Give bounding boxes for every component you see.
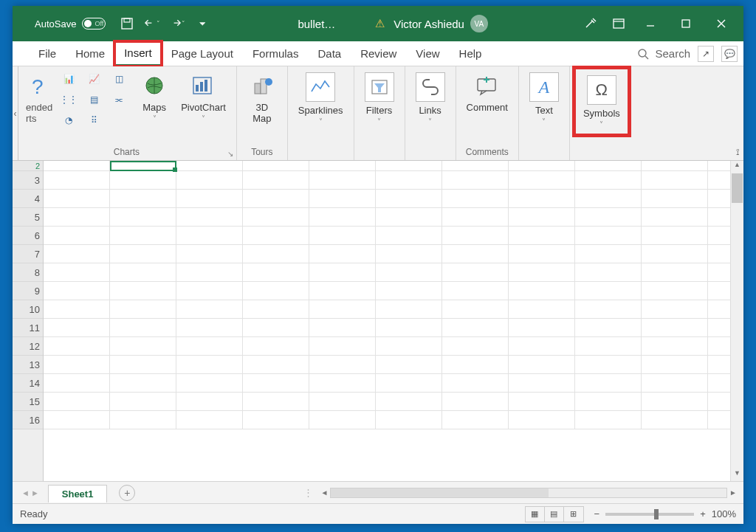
filters-button[interactable]: Filters (362, 71, 397, 126)
tab-view[interactable]: View (406, 41, 449, 66)
sheet-nav[interactable]: ◄► (13, 488, 48, 497)
comments-pane-icon[interactable]: 💬 (721, 46, 738, 62)
combo-chart-icon[interactable]: ⫘ (110, 91, 128, 108)
cells-area[interactable] (44, 161, 730, 481)
share-icon[interactable]: ↗ (698, 46, 714, 62)
sparklines-button[interactable]: Sparklines (295, 71, 346, 126)
more-charts-icon[interactable] (110, 112, 128, 128)
collapse-ribbon-icon[interactable]: ⟟ (736, 147, 739, 157)
splitter-icon[interactable]: ⋮ (303, 487, 308, 498)
filter-icon (365, 72, 394, 102)
toggle-track[interactable]: Off (82, 18, 106, 30)
titlebar: AutoSave Off ˅ ˅ ⏷ bullet… ⚠ Victor Ashi… (13, 6, 743, 41)
customize-qat-icon[interactable]: ⏷ (194, 15, 210, 32)
vertical-scrollbar[interactable]: ▲ ▼ (730, 161, 743, 481)
svg-rect-1 (124, 18, 130, 22)
symbols-button[interactable]: Ω Symbols (580, 74, 623, 129)
autosave-toggle[interactable]: AutoSave Off (35, 18, 106, 30)
row-header[interactable]: 12 (13, 337, 43, 356)
pie-chart-icon[interactable]: ◔ (60, 112, 78, 128)
zoom-level[interactable]: 100% (712, 508, 736, 519)
add-sheet-button[interactable]: + (119, 485, 135, 501)
tab-file[interactable]: File (29, 41, 66, 66)
row-header[interactable]: 5 (13, 208, 43, 227)
row-header[interactable]: 9 (13, 282, 43, 300)
active-cell-indicator (110, 161, 176, 171)
3d-map-button[interactable]: 3D Map (244, 71, 280, 125)
row-header[interactable]: 11 (13, 319, 43, 337)
save-icon[interactable] (119, 15, 135, 32)
normal-view-icon[interactable]: ▦ (526, 507, 545, 522)
maps-button[interactable]: Maps (137, 71, 172, 123)
view-buttons: ▦ ▤ ⊞ (525, 506, 584, 522)
horizontal-scrollbar[interactable]: ◄ ► (318, 488, 739, 498)
group-text: A Text (519, 66, 570, 160)
comment-icon (474, 72, 501, 99)
scroll-down-icon[interactable]: ▼ (731, 469, 743, 481)
account-button[interactable]: Victor Ashiedu VA (394, 15, 488, 32)
recommended-charts-icon[interactable]: ? (24, 71, 54, 99)
row-header[interactable]: 7 (13, 245, 43, 263)
search-box[interactable]: Search (637, 47, 690, 60)
zoom-thumb[interactable] (654, 509, 659, 519)
row-header[interactable]: 15 (13, 393, 43, 411)
minimize-button[interactable] (640, 18, 661, 29)
tab-review[interactable]: Review (351, 41, 406, 66)
worksheet-grid[interactable]: 2 3 4 5 6 7 8 9 10 11 12 13 14 15 16 (13, 161, 743, 481)
scroll-thumb[interactable] (732, 173, 743, 203)
hierarchy-chart-icon[interactable]: ◫ (110, 71, 128, 87)
charts-dialog-launcher[interactable]: ↘ (227, 150, 233, 158)
omega-icon: Ω (587, 75, 616, 105)
row-header[interactable]: 2 (13, 161, 43, 171)
pivotchart-button[interactable]: PivotChart (178, 71, 229, 123)
group-tours: 3D Map Tours (237, 66, 288, 160)
row-header[interactable]: 6 (13, 227, 43, 245)
row-header[interactable]: 4 (13, 190, 43, 208)
sheet-prev-icon[interactable]: ◄ (21, 488, 30, 497)
text-button[interactable]: A Text (526, 71, 562, 126)
stat-chart-icon[interactable]: ⠿ (85, 112, 103, 128)
bar-chart-icon[interactable]: ▤ (85, 91, 103, 108)
tab-home[interactable]: Home (66, 41, 114, 66)
tab-page-layout[interactable]: Page Layout (162, 41, 243, 66)
row-header[interactable]: 10 (13, 300, 43, 319)
zoom-out-icon[interactable]: − (594, 508, 600, 519)
scatter-chart-icon[interactable]: ⋮⋮ (60, 91, 78, 108)
zoom-slider[interactable] (605, 513, 694, 516)
sparklines-label: Sparklines (298, 105, 343, 116)
sheet-next-icon[interactable]: ► (31, 488, 39, 497)
sheet-tab-active[interactable]: Sheet1 (48, 485, 108, 502)
scroll-left-icon[interactable]: ◄ (318, 488, 330, 497)
svg-rect-15 (255, 83, 261, 94)
zoom-in-icon[interactable]: + (700, 508, 706, 519)
page-layout-view-icon[interactable]: ▤ (545, 507, 564, 522)
quick-access-toolbar: ˅ ˅ ⏷ (119, 15, 210, 32)
group-sparklines: Sparklines (288, 66, 354, 160)
row-header[interactable]: 8 (13, 263, 43, 282)
coming-soon-icon[interactable] (584, 17, 597, 30)
redo-icon[interactable]: ˅ (169, 15, 185, 32)
hscroll-thumb[interactable] (331, 488, 549, 497)
line-chart-icon[interactable]: 📈 (85, 71, 103, 87)
tab-insert[interactable]: Insert (114, 41, 162, 66)
ribbon-display-icon[interactable] (612, 17, 625, 30)
column-chart-icon[interactable]: 📊 (60, 71, 78, 87)
tab-formulas[interactable]: Formulas (243, 41, 309, 66)
row-header[interactable]: 3 (13, 171, 43, 190)
page-break-view-icon[interactable]: ⊞ (564, 507, 583, 522)
links-button[interactable]: Links (413, 71, 448, 126)
row-header[interactable]: 14 (13, 374, 43, 393)
warning-icon[interactable]: ⚠ (375, 17, 385, 30)
row-headers: 2 3 4 5 6 7 8 9 10 11 12 13 14 15 16 (13, 161, 44, 481)
close-button[interactable] (711, 18, 732, 29)
row-header[interactable]: 16 (13, 411, 43, 429)
undo-icon[interactable]: ˅ (144, 15, 160, 32)
tab-data[interactable]: Data (308, 41, 351, 66)
recommended-charts-truncated: ended rts (24, 99, 54, 124)
scroll-right-icon[interactable]: ► (727, 488, 739, 497)
scroll-up-icon[interactable]: ▲ (731, 161, 743, 173)
comment-button[interactable]: Comment (464, 71, 511, 114)
tab-help[interactable]: Help (450, 41, 492, 66)
row-header[interactable]: 13 (13, 356, 43, 374)
maximize-button[interactable] (676, 19, 696, 28)
